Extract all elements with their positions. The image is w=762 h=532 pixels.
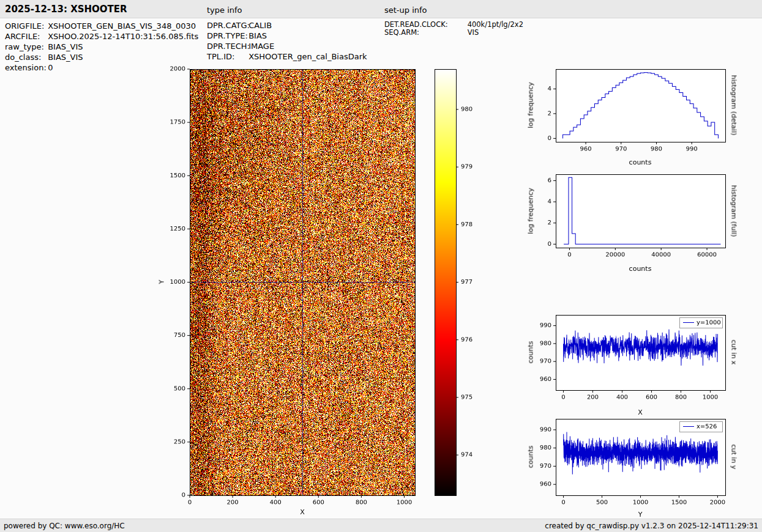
metadata-row-doclass: do_class: BIAS_VIS [5,53,83,62]
metadata-label: DPR.TECH: [207,42,246,51]
cut-in-x-chart: counts X cut in x [523,304,762,423]
metadata-value: CALIB [248,21,272,30]
hist-detail-side-label: histogram (detail) [730,75,738,136]
footer-created-by: created by qc_rawdisp.py v1.2.3 on 2025-… [545,522,758,530]
footer-bar: powered by QC: www.eso.org/HC created by… [0,519,762,532]
cut-in-x-canvas [523,304,762,423]
metadata-row-arcfile: ARCFILE: XSHOO.2025-12-14T10:31:56.085.f… [5,32,198,41]
metadata-value: VIS [468,28,479,37]
type-info-heading: type info [207,6,242,15]
bias-image-canvas [153,58,441,517]
footer-powered-by: powered by QC: www.eso.org/HC [4,522,125,530]
metadata-row-dprcatg: DPR.CATG: CALIB [207,21,272,30]
metadata-row-extension: extension: 0 [5,63,53,72]
metadata-value: BIAS_VIS [48,53,83,62]
metadata-label: DPR.CATG: [207,21,246,30]
metadata-row-seqarm: SEQ.ARM: VIS [384,28,479,37]
bias-x-axis-label: X [300,508,305,516]
histogram-detail-canvas [523,58,762,174]
hist-full-y-label: log frequency [527,188,535,234]
bias-image-chart: Y X [153,58,441,517]
metadata-label: DET.READ.CLOCK: [384,20,465,29]
cut-x-side-label: cut in x [730,340,738,365]
metadata-row-readclock: DET.READ.CLOCK: 400k/1pt/lg/2x2 [384,20,523,29]
page-title: 2025-12-13: XSHOOTER [5,4,127,15]
cut-y-y-label: counts [527,446,535,468]
cut-y-side-label: cut in y [730,445,738,470]
metadata-label: do_class: [5,53,45,62]
metadata-value: IMAGE [248,42,274,51]
metadata-label: ARCFILE: [5,32,45,41]
colorbar-canvas [428,58,490,511]
metadata-row-dprtech: DPR.TECH: IMAGE [207,42,274,51]
metadata-label: extension: [5,63,45,72]
qc-report-page: 2025-12-13: XSHOOTER type info set-up in… [0,0,762,532]
metadata-value: 400k/1pt/lg/2x2 [468,20,523,29]
histogram-full-chart: log frequency counts histogram (full) [523,163,762,279]
cut-in-y-chart: counts Y cut in y [523,408,762,518]
cut-in-y-canvas [523,408,762,518]
metadata-label: DPR.TYPE: [207,31,246,40]
cut-x-y-label: counts [527,341,535,364]
metadata-label: SEQ.ARM: [384,28,465,37]
histogram-full-canvas [523,163,762,279]
metadata-value: BIAS [248,31,267,40]
metadata-value: XSHOOTER_GEN_BIAS_VIS_348_0030 [48,21,196,31]
cut-y-x-label: Y [638,511,643,519]
metadata-row-origfile: ORIGFILE: XSHOOTER_GEN_BIAS_VIS_348_0030 [5,21,196,31]
metadata-row-dprtype: DPR.TYPE: BIAS [207,31,267,40]
metadata-value: BIAS_VIS [48,42,83,51]
histogram-detail-chart: log frequency counts histogram (detail) [523,58,762,174]
hist-full-side-label: histogram (full) [730,185,738,237]
metadata-label: ORIGFILE: [5,21,45,31]
metadata-value: 0 [48,63,53,72]
hist-full-x-label: counts [629,265,652,273]
metadata-value: XSHOO.2025-12-14T10:31:56.085.fits [48,32,198,41]
colorbar [428,58,490,511]
metadata-label: raw_type: [5,42,45,51]
metadata-row-rawtype: raw_type: BIAS_VIS [5,42,83,51]
hist-detail-y-label: log frequency [527,82,535,128]
setup-info-heading: set-up info [384,6,427,15]
bias-y-axis-label: Y [158,280,166,284]
